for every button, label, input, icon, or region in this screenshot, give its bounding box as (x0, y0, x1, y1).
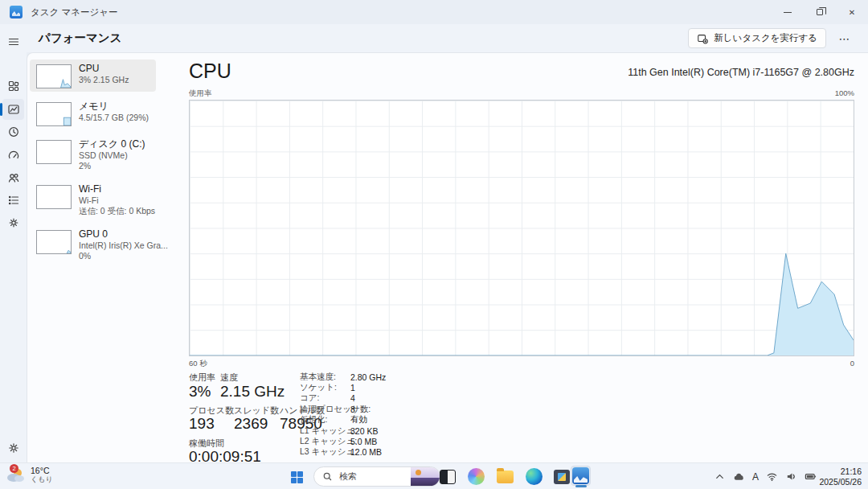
hamburger-icon (7, 35, 20, 48)
close-button[interactable]: ✕ (836, 0, 868, 24)
chart-x-left-label: 60 秒 (189, 359, 207, 368)
sidebar-disk-sub1: SSD (NVMe) (79, 150, 145, 161)
stat-speed-value: 2.15 GHz (220, 383, 285, 401)
cpu-detail-panel: CPU 11th Gen Intel(R) Core(TM) i7-1165G7… (162, 60, 854, 462)
start-button[interactable] (286, 466, 307, 487)
search-icon (322, 471, 333, 482)
tray-chevron-up-icon[interactable] (714, 471, 726, 483)
detail-row: ソケット:1 (300, 382, 386, 392)
nav-services[interactable] (2, 212, 24, 233)
processor-name: 11th Gen Intel(R) Core(TM) i7-1165G7 @ 2… (628, 67, 854, 78)
nav-performance[interactable] (2, 99, 24, 120)
stat-threads-value: 2369 (234, 415, 268, 433)
performance-sidebar: CPU 3% 2.15 GHz メモリ 4.5/15.7 GB (29%) ディ… (30, 60, 156, 270)
nav-app-history[interactable] (2, 121, 24, 142)
sidebar-item-disk0[interactable]: ディスク 0 (C:) SSD (NVMe) 2% (30, 135, 156, 175)
nav-startup-apps[interactable] (2, 145, 24, 166)
sidebar-item-cpu[interactable]: CPU 3% 2.15 GHz (30, 60, 156, 92)
sidebar-item-wifi[interactable]: Wi-Fi Wi-Fi 送信: 0 受信: 0 Kbps (30, 180, 156, 220)
copilot-app-icon[interactable] (466, 466, 486, 487)
nav-menu-button[interactable] (2, 31, 24, 52)
book-app-icon[interactable] (437, 466, 457, 487)
task-manager-window: タスク マネージャー ✕ (0, 0, 868, 489)
sidebar-item-memory[interactable]: メモリ 4.5/15.7 GB (29%) (30, 97, 156, 129)
system-tray: A (714, 463, 817, 489)
restore-icon (817, 9, 823, 15)
stat-speed-label: 速度 (220, 372, 238, 384)
sidebar-disk-sub2: 2% (79, 161, 145, 171)
detail-row: L2 キャッシュ:5.0 MB (300, 436, 386, 446)
edge-browser-icon[interactable] (524, 466, 544, 487)
stat-usage-value: 3% (189, 383, 211, 401)
search-placeholder: 検索 (339, 471, 411, 483)
stat-usage-label: 使用率 (189, 372, 215, 384)
weather-condition: くもり (31, 475, 53, 484)
gear-icon (7, 442, 20, 454)
sidebar-wifi-sub2: 送信: 0 受信: 0 Kbps (79, 206, 153, 216)
more-options-button[interactable]: ⋯ (833, 28, 857, 48)
notification-badge: 2 (10, 464, 18, 473)
window-controls: ✕ (772, 0, 868, 24)
services-gear-icon (7, 216, 20, 229)
performance-icon (7, 103, 20, 116)
memory-thumbnail (36, 102, 72, 126)
chart-y-label: 使用率 (189, 88, 212, 97)
gpu-mini-chart (37, 231, 71, 253)
taskbar-search[interactable]: 検索 (313, 466, 440, 487)
wifi-icon[interactable] (766, 471, 778, 483)
onedrive-cloud-icon[interactable] (733, 471, 745, 483)
sidebar-item-gpu0[interactable]: GPU 0 Intel(R) Iris(R) Xe Gra... 0% (30, 225, 156, 265)
chart-max-label: 100% (835, 88, 854, 97)
sidebar-disk-title: ディスク 0 (C:) (79, 138, 145, 150)
gpu-thumbnail (36, 230, 72, 254)
detail-row: 論理プロセッサ数:8 (300, 404, 386, 414)
cpu-thumbnail (36, 64, 72, 88)
cpu-usage-area (190, 101, 854, 355)
close-icon: ✕ (849, 8, 855, 17)
taskbar-clock[interactable]: 21:16 2025/05/26 (819, 466, 862, 487)
task-manager-taskbar-icon[interactable] (571, 466, 591, 486)
cpu-spec-details: 基本速度:2.80 GHz ソケット:1 コア:4 論理プロセッサ数:8 仮想化… (300, 372, 386, 458)
ime-mode-indicator[interactable]: A (752, 471, 759, 483)
minimize-button[interactable] (772, 0, 804, 24)
history-clock-icon (7, 125, 20, 138)
window-title: タスク マネージャー (31, 6, 118, 18)
sidebar-gpu-sub2: 0% (79, 251, 153, 261)
volume-icon[interactable] (785, 471, 797, 483)
sidebar-wifi-sub1: Wi-Fi (79, 195, 153, 206)
restore-button[interactable] (804, 0, 836, 24)
minimize-icon (784, 12, 792, 13)
detail-row: コア:4 (300, 393, 386, 404)
detail-row: 基本速度:2.80 GHz (300, 372, 386, 382)
nav-processes[interactable] (2, 76, 24, 97)
titlebar: タスク マネージャー ✕ (0, 0, 868, 24)
tray-time: 21:16 (819, 466, 862, 477)
run-new-task-button[interactable]: 新しいタスクを実行する (688, 28, 826, 48)
stat-processes-value: 193 (189, 415, 215, 433)
tray-date: 2025/05/26 (819, 477, 862, 487)
detail-row: L3 キャッシュ:12.0 MB (300, 447, 386, 458)
toolbox-app-icon[interactable] (551, 466, 571, 487)
nav-details[interactable] (2, 190, 24, 211)
cpu-page-title: CPU (189, 60, 231, 83)
weather-widget[interactable]: 2 16°C くもり (5, 466, 53, 485)
run-new-task-label: 新しいタスクを実行する (714, 32, 817, 44)
sidebar-gpu-title: GPU 0 (79, 228, 153, 240)
chart-x-right-label: 0 (850, 359, 854, 368)
page-title: パフォーマンス (39, 31, 122, 46)
cpu-stats: 使用率 速度 3% 2.15 GHz プロセス数 スレッド数 ハンドル数 193… (189, 372, 854, 468)
settings-button[interactable] (2, 438, 24, 458)
detail-row: L1 キャッシュ:320 KB (300, 425, 386, 436)
battery-icon[interactable] (805, 471, 817, 483)
sidebar-wifi-title: Wi-Fi (79, 183, 153, 195)
sidebar-memory-title: メモリ (79, 101, 149, 113)
search-highlight-image (411, 466, 440, 487)
users-icon (7, 171, 20, 184)
nav-users[interactable] (2, 167, 24, 188)
page-header: パフォーマンス 新しいタスクを実行する ⋯ (27, 24, 868, 52)
gauge-icon (7, 149, 20, 162)
file-explorer-icon[interactable] (495, 466, 515, 487)
memory-mini-chart (37, 103, 71, 125)
sidebar-cpu-sub: 3% 2.15 GHz (79, 75, 129, 85)
cpu-mini-chart (37, 65, 71, 88)
